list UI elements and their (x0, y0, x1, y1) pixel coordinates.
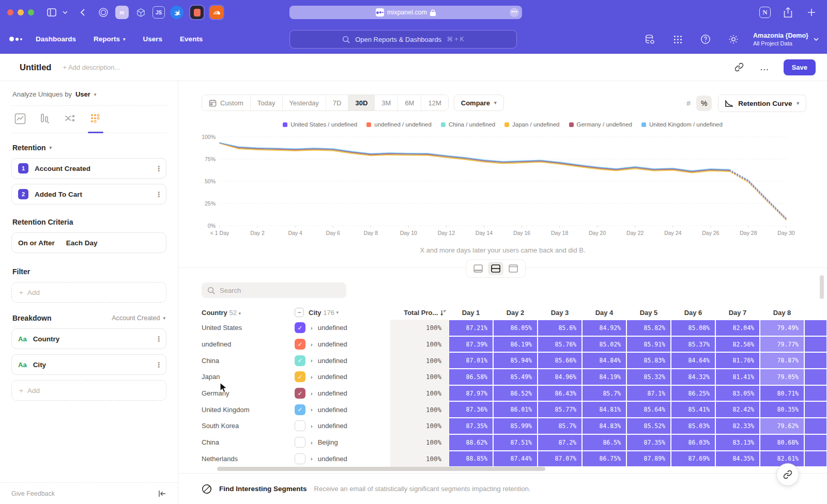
active-tab-soundcloud-icon[interactable] (209, 5, 224, 20)
retention-value-cell[interactable]: 85.52% (626, 418, 671, 434)
chevron-down-icon[interactable] (62, 6, 69, 19)
more-options-icon[interactable]: ••• (158, 165, 160, 171)
collapse-sidebar-icon[interactable] (158, 490, 166, 497)
retention-value-cell[interactable]: 84.96% (538, 369, 582, 385)
cube-extension-icon[interactable] (134, 6, 147, 19)
day-column-header[interactable]: Day 7 (715, 309, 760, 317)
total-column-header[interactable]: Total Pro... (390, 309, 449, 317)
retention-value-cell[interactable]: 87.44% (493, 451, 538, 467)
retention-value-cell[interactable]: 86.03% (671, 434, 715, 451)
retention-value-cell[interactable]: 85.7% (538, 418, 582, 434)
retention-value-cell[interactable]: 86.75% (582, 451, 626, 467)
row-checkbox-unchecked[interactable] (295, 437, 305, 448)
expand-row-icon[interactable]: › (311, 325, 313, 331)
absolute-numbers-toggle[interactable]: # (681, 96, 696, 111)
retention-value-cell[interactable]: 85.7% (582, 385, 626, 402)
vertical-scrollbar[interactable] (820, 275, 824, 299)
retention-value-cell[interactable]: 81.41% (715, 369, 760, 385)
percent-toggle[interactable]: % (696, 96, 712, 111)
retention-value-cell[interactable]: 82.04% (715, 320, 760, 336)
country-cell[interactable]: Netherlands (202, 451, 295, 467)
nav-item-events[interactable]: Events (180, 35, 203, 43)
breakdown-city[interactable]: AaCity••• (11, 354, 166, 375)
row-checkbox-unchecked[interactable] (295, 420, 305, 431)
retention-value-cell[interactable]: 78.87% (760, 352, 804, 369)
retention-value-cell[interactable]: 87.97% (449, 385, 493, 402)
retention-chart[interactable]: 0%25%50%75%100%< 1 DayDay 2Day 4Day 6Day… (198, 133, 827, 242)
row-checkbox-checked[interactable]: ✓ (295, 371, 305, 382)
retention-value-cell[interactable]: 85.77% (538, 401, 582, 418)
city-cell[interactable]: ›undefined (295, 418, 390, 434)
country-cell[interactable]: China (202, 434, 295, 451)
share-icon[interactable] (781, 6, 794, 19)
table-only-layout-icon[interactable] (506, 262, 521, 275)
country-cell[interactable]: undefined (202, 336, 295, 353)
row-checkbox-checked[interactable]: ✓ (295, 388, 305, 399)
date-range-custom[interactable]: Custom (202, 95, 251, 111)
retention-value-cell[interactable]: 88.85% (449, 451, 493, 467)
city-cell[interactable]: ✓›undefined (295, 336, 390, 353)
country-cell[interactable]: South Korea (202, 418, 295, 434)
tab-insights[interactable] (14, 113, 26, 133)
retention-value-cell[interactable]: 79.05% (760, 369, 804, 385)
retention-value-cell[interactable]: 80.68% (760, 434, 804, 451)
table-search-input[interactable]: Search (202, 282, 346, 298)
retention-value-cell[interactable]: 85.64% (626, 401, 671, 418)
maximize-window-button[interactable] (28, 9, 34, 15)
retention-value-cell[interactable]: 85.66% (538, 352, 582, 369)
retention-value-cell[interactable]: 84.84% (582, 352, 626, 369)
row-checkbox-checked[interactable]: ✓ (295, 339, 305, 350)
expand-row-icon[interactable]: › (311, 439, 313, 446)
date-range-yesterday[interactable]: Yesterday (283, 95, 326, 111)
retention-value-cell[interactable]: 87.21% (449, 320, 493, 336)
compare-button[interactable]: Compare ▾ (454, 94, 504, 111)
city-cell[interactable]: ✓›undefined (295, 352, 390, 369)
retention-value-cell[interactable]: 86.19% (493, 336, 538, 353)
retention-value-cell[interactable]: 82.33% (715, 418, 760, 434)
retention-value-cell[interactable]: 85.49% (493, 369, 538, 385)
country-cell[interactable]: United Kingdom (202, 401, 295, 418)
retention-value-cell[interactable]: 87.01% (449, 352, 493, 369)
day-column-header[interactable]: Day 4 (582, 309, 626, 317)
more-options-icon[interactable]: ••• (158, 361, 160, 368)
select-all-checkbox[interactable]: − (295, 308, 304, 317)
retention-value-cell[interactable]: 86.52% (493, 385, 538, 402)
legend-item[interactable]: United Kingdom / undefined (641, 121, 723, 128)
retention-value-cell[interactable]: 86.43% (538, 385, 582, 402)
retention-value-cell[interactable]: 84.64% (671, 352, 715, 369)
retention-value-cell[interactable]: 83.13% (715, 434, 760, 451)
retention-value-cell[interactable]: 79.62% (760, 418, 804, 434)
retention-value-cell[interactable]: 87.69% (671, 451, 715, 467)
retention-value-cell[interactable]: 81.76% (715, 352, 760, 369)
help-icon[interactable] (699, 33, 712, 46)
data-management-icon[interactable] (643, 33, 656, 46)
criteria-each-day[interactable]: Each Day (66, 239, 98, 247)
analyze-value[interactable]: User (75, 90, 90, 98)
retention-value-cell[interactable]: 84.19% (582, 369, 626, 385)
m-extension-icon[interactable]: m (115, 6, 129, 19)
city-cell[interactable]: ✓›undefined (295, 385, 390, 402)
site-options-icon[interactable]: ••• (510, 8, 519, 17)
city-column-header[interactable]: − City 176 ▾ (295, 308, 390, 317)
retention-value-cell[interactable]: 85.94% (493, 352, 538, 369)
retention-step-account-created[interactable]: 1Account Created••• (11, 158, 166, 179)
date-range-12m[interactable]: 12M (421, 95, 448, 111)
day-column-header[interactable]: Day 6 (671, 309, 715, 317)
retention-value-cell[interactable]: 87.1% (626, 385, 671, 402)
retention-criteria-card[interactable]: On or After Each Day (11, 232, 166, 253)
retention-value-cell[interactable]: 85.41% (671, 401, 715, 418)
tab-funnels[interactable] (39, 113, 51, 133)
country-cell[interactable]: Japan (202, 369, 295, 385)
row-checkbox-checked[interactable]: ✓ (295, 404, 305, 415)
tab-retention[interactable] (90, 113, 101, 133)
retention-value-cell[interactable]: 84.81% (582, 401, 626, 418)
retention-value-cell[interactable]: 85.32% (626, 369, 671, 385)
target-extension-icon[interactable] (97, 6, 110, 19)
retention-value-cell[interactable]: 82.56% (715, 336, 760, 353)
retention-value-cell[interactable]: 86.58% (449, 369, 493, 385)
save-button[interactable]: Save (784, 59, 816, 75)
add-filter-button[interactable]: +Add (11, 282, 166, 303)
legend-item[interactable]: China / undefined (441, 121, 495, 128)
js-extension-icon[interactable]: JS (152, 6, 165, 19)
swift-extension-icon[interactable] (170, 6, 183, 19)
